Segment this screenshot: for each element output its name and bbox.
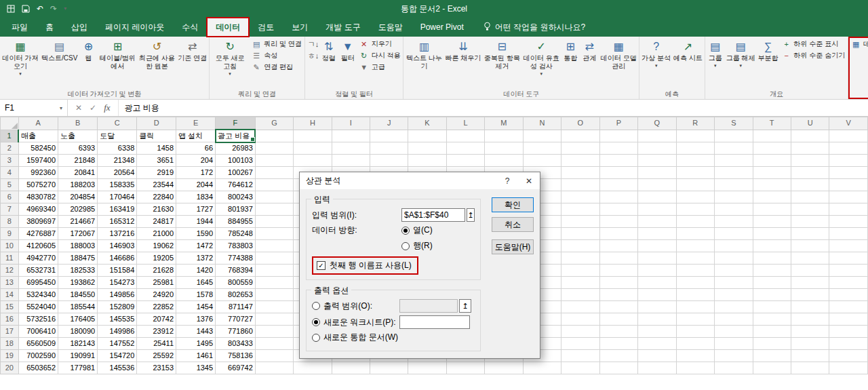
cell-V17[interactable] [829, 326, 868, 338]
cell-B14[interactable]: 184550 [58, 289, 98, 301]
cell-A10[interactable]: 4120605 [18, 240, 58, 252]
cell-S10[interactable] [715, 240, 753, 252]
cell-V15[interactable] [829, 301, 868, 313]
cell-P17[interactable] [599, 326, 637, 338]
cell-Q12[interactable] [638, 265, 677, 277]
ribbon-tab-formulas[interactable]: 수식 [173, 18, 207, 37]
cell-F1[interactable]: 광고 비용 [216, 130, 256, 142]
cell-T18[interactable] [753, 338, 791, 350]
column-header-C[interactable]: C [98, 117, 137, 130]
cell-P5[interactable] [599, 179, 637, 191]
cell-V20[interactable] [829, 362, 868, 374]
cell-S13[interactable] [715, 277, 753, 289]
cell-D10[interactable]: 19062 [137, 240, 176, 252]
labels-checkbox[interactable]: ✓ [317, 261, 326, 270]
row-header-20[interactable]: 20 [1, 362, 19, 374]
radio-columns-control[interactable] [401, 227, 410, 235]
row-header-7[interactable]: 7 [1, 203, 19, 216]
cell-O5[interactable] [561, 179, 600, 191]
cell-H3[interactable] [294, 155, 332, 167]
column-header-Q[interactable]: Q [638, 117, 677, 130]
cell-T11[interactable] [753, 252, 791, 265]
cell-U16[interactable] [791, 313, 829, 326]
cell-U17[interactable] [791, 326, 829, 338]
save-button[interactable] [22, 5, 30, 13]
cell-A20[interactable]: 6503652 [18, 362, 58, 374]
cell-R15[interactable] [676, 301, 714, 313]
cell-U1[interactable] [791, 130, 829, 142]
cell-F7[interactable]: 801937 [216, 203, 256, 216]
cell-A4[interactable]: 992360 [18, 167, 58, 179]
cell-G2[interactable] [255, 142, 294, 155]
cell-D2[interactable]: 1458 [137, 142, 176, 155]
cell-O9[interactable] [561, 228, 600, 240]
cell-Q14[interactable] [638, 289, 677, 301]
cell-U19[interactable] [791, 350, 829, 362]
confirm-entry-icon[interactable]: ✓ [90, 103, 96, 113]
cell-E17[interactable]: 1443 [176, 326, 216, 338]
cell-P12[interactable] [599, 265, 637, 277]
cell-U12[interactable] [791, 265, 829, 277]
cell-G3[interactable] [255, 155, 294, 167]
cell-R20[interactable] [676, 362, 714, 374]
ribbon-tab-insert[interactable]: 삽입 [62, 18, 96, 37]
cell-V14[interactable] [829, 289, 868, 301]
cell-V9[interactable] [829, 228, 868, 240]
cell-S9[interactable] [715, 228, 753, 240]
column-header-D[interactable]: D [137, 117, 176, 130]
cell-M20[interactable] [485, 362, 524, 374]
radio-rows-control[interactable] [401, 242, 410, 250]
cell-C9[interactable]: 137216 [98, 228, 137, 240]
flash-fill-button[interactable]: ⇊빠른 채우기 [443, 37, 482, 89]
cell-N1[interactable] [523, 130, 561, 142]
cell-S12[interactable] [715, 265, 753, 277]
cell-G6[interactable] [255, 191, 294, 203]
cell-D3[interactable]: 3651 [137, 155, 176, 167]
cell-E15[interactable]: 1454 [176, 301, 216, 313]
cell-E3[interactable]: 204 [176, 155, 216, 167]
column-header-S[interactable]: S [715, 117, 753, 130]
cell-A19[interactable]: 7002590 [18, 350, 58, 362]
cell-E6[interactable]: 1834 [176, 191, 216, 203]
column-header-F[interactable]: F [216, 117, 256, 130]
ribbon-tab-review[interactable]: 검토 [249, 18, 283, 37]
cell-J3[interactable] [370, 155, 408, 167]
ribbon-tab-home[interactable]: 홈 [37, 18, 62, 37]
ribbon-tab-page-layout[interactable]: 페이지 레이아웃 [96, 18, 173, 37]
cell-B15[interactable]: 185544 [58, 301, 98, 313]
cell-T5[interactable] [753, 179, 791, 191]
cell-G5[interactable] [255, 179, 294, 191]
cell-S5[interactable] [715, 179, 753, 191]
properties-button[interactable]: ☰속성 [252, 52, 302, 60]
cell-O7[interactable] [561, 203, 600, 216]
from-text-csv-button[interactable]: ▤텍스트/CSV [40, 37, 79, 89]
cell-O6[interactable] [561, 191, 600, 203]
column-header-U[interactable]: U [791, 117, 829, 130]
cell-C17[interactable]: 149986 [98, 326, 137, 338]
cell-S17[interactable] [715, 326, 753, 338]
output-range-field[interactable] [399, 299, 458, 313]
cell-V1[interactable] [829, 130, 868, 142]
cell-C7[interactable]: 163419 [98, 203, 137, 216]
cell-D8[interactable]: 24817 [137, 216, 176, 228]
cell-V4[interactable] [829, 167, 868, 179]
ribbon-tab-file[interactable]: 파일 [3, 18, 37, 37]
input-range-picker-icon[interactable]: ↥ [467, 208, 475, 222]
cell-J1[interactable] [370, 130, 408, 142]
cell-E7[interactable]: 1727 [176, 203, 216, 216]
cell-T15[interactable] [753, 301, 791, 313]
cell-Q4[interactable] [638, 167, 677, 179]
cell-S11[interactable] [715, 252, 753, 265]
column-header-E[interactable]: E [176, 117, 216, 130]
cell-T17[interactable] [753, 326, 791, 338]
cell-N3[interactable] [523, 155, 561, 167]
clear-filter-button[interactable]: ✕지우기 [359, 40, 401, 48]
cell-T1[interactable] [753, 130, 791, 142]
cell-A8[interactable]: 3809697 [18, 216, 58, 228]
cell-C16[interactable]: 145535 [98, 313, 137, 326]
tell-me-box[interactable]: 어떤 작업을 원하시나요? [475, 18, 593, 37]
cell-O8[interactable] [561, 216, 600, 228]
cell-B17[interactable]: 180090 [58, 326, 98, 338]
cell-R5[interactable] [676, 179, 714, 191]
cell-F15[interactable]: 871147 [216, 301, 256, 313]
